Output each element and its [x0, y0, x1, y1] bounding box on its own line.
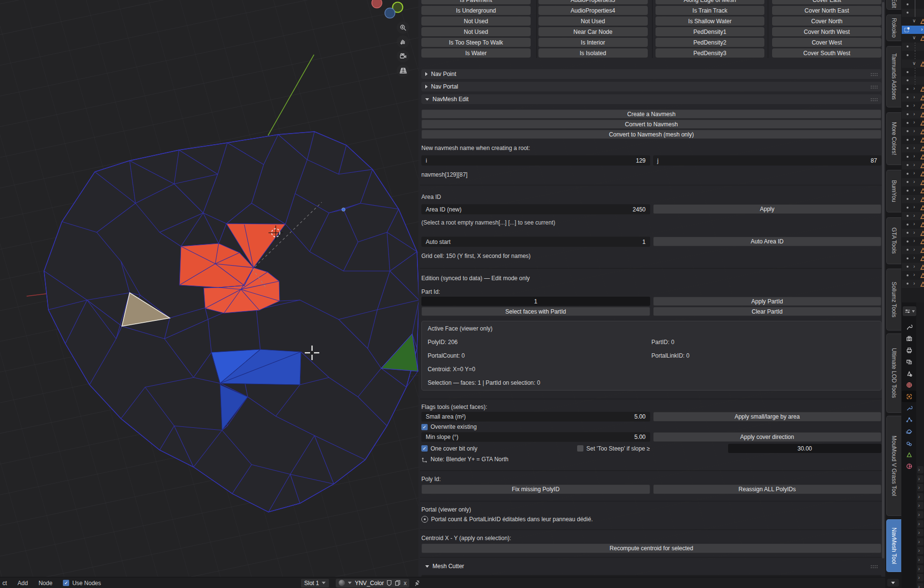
fix-missing-polyid-button[interactable]: Fix missing PolyID — [421, 484, 650, 494]
material-preview-ball-icon[interactable] — [339, 580, 345, 586]
small-area-field[interactable]: Small area (m²) 5.00 — [421, 412, 650, 422]
collapsed-panel-chevron[interactable]: › — [917, 538, 924, 545]
unlink-x-icon[interactable]: x — [403, 580, 406, 587]
clear-partid-button[interactable]: Clear PartId — [653, 307, 882, 316]
flag-button[interactable]: Is Isolated — [538, 48, 648, 58]
outliner-row[interactable]: › — [902, 152, 924, 161]
collapsed-panel-chevron[interactable]: › — [917, 466, 924, 473]
outliner-row[interactable] — [902, 76, 924, 85]
create-navmesh-button[interactable]: Create a Navmesh — [421, 109, 881, 119]
sidebar-tab-sollumz-tools[interactable]: Sollumz Tools — [886, 269, 901, 331]
outliner-row[interactable]: › — [902, 229, 924, 238]
material-icon[interactable] — [902, 460, 916, 472]
constraints-icon[interactable] — [902, 437, 916, 449]
flag-button[interactable]: Is Pavement — [421, 0, 531, 5]
apply-partid-button[interactable]: Apply PartId — [653, 297, 882, 306]
convert-to-navmesh-mesh-only-button[interactable]: Convert to Navmesh (mesh only) — [421, 130, 881, 139]
one-cover-bit-checkbox[interactable]: ✓ One cover bit only — [421, 445, 574, 452]
collapsed-panel-chevron[interactable]: › — [917, 493, 924, 500]
outliner-row[interactable]: › — [902, 280, 924, 288]
collapsed-panel-chevron[interactable]: › — [917, 529, 924, 536]
view-layer-icon[interactable] — [902, 356, 916, 367]
outliner-row[interactable] — [902, 43, 924, 51]
drag-grip-icon[interactable] — [870, 73, 878, 76]
truncated-menu-label[interactable]: ct — [2, 580, 7, 587]
sidebar-tab-gta-tools[interactable]: GTA Tools — [886, 217, 901, 264]
object-icon[interactable] — [902, 391, 916, 402]
min-slope-field[interactable]: Min slope (°) 5.00 — [421, 432, 650, 442]
flag-button[interactable]: Cover North — [772, 16, 881, 26]
collapsed-panel-chevron[interactable]: › — [917, 556, 924, 563]
outliner-row[interactable]: › — [902, 203, 924, 212]
tab-scroll-down-button[interactable] — [887, 579, 899, 587]
outliner-row[interactable]: › — [902, 127, 924, 136]
tool-icon[interactable] — [902, 321, 916, 332]
collapsed-panel-chevron[interactable]: › — [917, 475, 924, 482]
outliner-row[interactable]: › — [902, 93, 924, 102]
sidebar-tab-more-colors-[interactable]: More Colors! — [886, 112, 901, 165]
outliner-row[interactable]: › — [902, 144, 924, 153]
apply-small-large-button[interactable]: Apply small/large by area — [653, 412, 882, 422]
collapsed-panel-chevron[interactable]: › — [917, 484, 924, 491]
sidebar-tab-navmesh-tool[interactable]: NavMesh Tool — [886, 519, 901, 572]
outliner-row[interactable] — [902, 68, 924, 76]
flag-button[interactable]: Cover South West — [772, 48, 881, 58]
flag-button[interactable]: Near Car Node — [538, 27, 648, 37]
sidebar-tab-ultimate-lod-tools[interactable]: Ultimate LOD Tools — [886, 333, 901, 413]
pan-hand-icon[interactable] — [397, 35, 409, 48]
outliner-row[interactable]: › — [902, 271, 924, 280]
material-name[interactable]: YNV_Color — [355, 580, 384, 587]
outliner-row[interactable]: › — [902, 161, 924, 170]
node-menu[interactable]: Node — [39, 580, 53, 587]
flag-button[interactable]: PedDensity1 — [656, 27, 765, 37]
flag-button[interactable]: Cover North West — [772, 27, 881, 37]
toggle-ortho-grid-icon[interactable] — [397, 64, 409, 77]
select-faces-partid-button[interactable]: Select faces with PartId — [421, 307, 650, 316]
use-nodes-checkbox[interactable]: ✓ — [63, 580, 69, 586]
flag-button[interactable]: Along Edge of Mesh — [656, 0, 765, 5]
outliner-row[interactable]: › — [902, 195, 924, 204]
outliner-row[interactable]: › — [902, 85, 924, 93]
outliner-row[interactable]: › — [902, 102, 924, 110]
outliner-row[interactable]: › — [902, 119, 924, 127]
area-id-new-field[interactable]: Area ID (new) 2450 — [421, 204, 650, 214]
render-icon[interactable] — [902, 332, 916, 344]
scene-icon[interactable] — [902, 367, 916, 379]
flag-button[interactable]: PedDensity3 — [656, 48, 765, 58]
drag-grip-icon[interactable] — [870, 85, 878, 89]
sidebar-tab-tarmunds-addons[interactable]: Tarmunds Addons — [886, 46, 901, 107]
outliner-row[interactable]: › — [902, 263, 924, 271]
mesh-data-icon[interactable] — [902, 449, 916, 460]
reassign-all-polyids-button[interactable]: Reassign ALL PolyIDs — [653, 484, 882, 494]
panel-scrollbar[interactable] — [882, 2, 884, 558]
flag-button[interactable]: AudioProperties4 — [538, 6, 648, 15]
particles-icon[interactable] — [902, 414, 916, 425]
fake-user-shield-icon[interactable] — [387, 580, 392, 586]
slot-dropdown[interactable]: Slot 1 — [300, 578, 330, 588]
outliner-row[interactable]: › — [902, 246, 924, 255]
modifiers-wrench-icon[interactable] — [902, 402, 916, 414]
overwrite-existing-checkbox[interactable]: ✓ Overwrite existing — [421, 423, 881, 430]
flag-button[interactable]: Is Underground — [421, 6, 531, 15]
outliner-row[interactable] — [902, 0, 924, 9]
outliner-row[interactable] — [902, 51, 924, 60]
collapsed-panel-chevron[interactable]: › — [917, 574, 924, 581]
apply-cover-direction-button[interactable]: Apply cover direction — [653, 432, 882, 442]
outliner-row[interactable]: ∨ — [902, 17, 924, 26]
physics-icon[interactable] — [902, 425, 916, 437]
outliner-row[interactable]: › — [902, 254, 924, 263]
world-icon[interactable] — [902, 379, 916, 391]
chevron-down-icon[interactable] — [348, 582, 352, 584]
flag-button[interactable]: Cover East — [772, 0, 881, 5]
sidebar-tab-edit[interactable]: Edit — [886, 0, 901, 10]
collapsed-panel-chevron[interactable]: › — [917, 547, 924, 554]
outliner-row[interactable]: › — [902, 220, 924, 229]
flag-button[interactable]: Is Shallow Water — [656, 16, 765, 26]
panel-header-nav-point[interactable]: Nav Point — [421, 69, 881, 79]
auto-start-field[interactable]: Auto start 1 — [421, 237, 650, 247]
collapsed-panel-chevron[interactable]: › — [917, 520, 924, 528]
flag-button[interactable]: AudioProperties3 — [538, 0, 648, 5]
recompute-centroid-button[interactable]: Recompute centroid for selected — [421, 543, 881, 553]
sidebar-tab-burnyou[interactable]: BurnYou — [886, 170, 901, 212]
outliner-row[interactable]: › — [902, 110, 924, 119]
